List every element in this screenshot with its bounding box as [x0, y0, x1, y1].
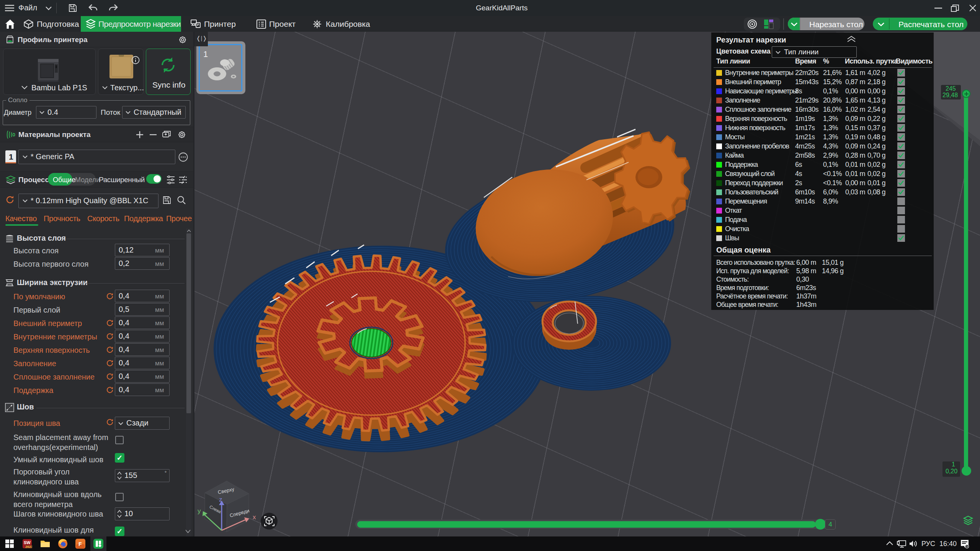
svg-text:y: y	[198, 507, 201, 515]
svg-text:F: F	[78, 541, 82, 547]
svg-text:2023: 2023	[25, 545, 32, 549]
svg-text:SW: SW	[24, 540, 31, 545]
svg-text:x: x	[253, 514, 256, 521]
svg-text:z: z	[219, 496, 222, 503]
